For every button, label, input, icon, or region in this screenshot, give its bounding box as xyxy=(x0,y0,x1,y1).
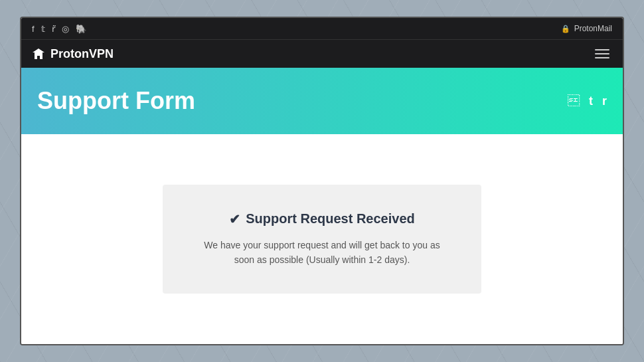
main-content: ✔ Support Request Received We have your … xyxy=(21,134,623,344)
logo[interactable]: ProtonVPN xyxy=(32,47,114,61)
facebook-hero-icon[interactable]:  xyxy=(568,94,580,108)
hamburger-menu[interactable] xyxy=(592,46,612,61)
instagram-icon[interactable]: ◎ xyxy=(62,24,69,34)
success-card: ✔ Support Request Received We have your … xyxy=(163,185,481,294)
hamburger-line-3 xyxy=(595,57,609,58)
protonmail-label[interactable]: ProtonMail xyxy=(574,24,612,33)
protonvpn-logo-icon xyxy=(32,47,45,60)
page-title: Support Form xyxy=(37,87,195,115)
checkmark-icon: ✔ xyxy=(229,211,240,227)
hero-banner: Support Form  t r xyxy=(21,68,623,134)
logo-text: ProtonVPN xyxy=(50,47,114,61)
hamburger-line-2 xyxy=(595,53,609,54)
success-title: ✔ Support Request Received xyxy=(202,211,442,227)
hamburger-line-1 xyxy=(595,49,609,50)
browser-window: f 𝕥 r̃ ◎ 🐘 🔒 ProtonMail ProtonVPN xyxy=(20,17,624,345)
facebook-icon[interactable]: f xyxy=(32,24,35,34)
success-message: We have your support request and will ge… xyxy=(202,238,442,268)
twitter-hero-icon[interactable]: t xyxy=(589,94,593,108)
top-bar-social-links: f 𝕥 r̃ ◎ 🐘 xyxy=(32,24,86,34)
mastodon-icon[interactable]: 🐘 xyxy=(76,24,86,34)
twitter-icon[interactable]: 𝕥 xyxy=(41,24,45,34)
top-bar: f 𝕥 r̃ ◎ 🐘 🔒 ProtonMail xyxy=(21,18,623,39)
reddit-icon[interactable]: r̃ xyxy=(52,24,55,34)
hero-social-links:  t r xyxy=(568,94,607,108)
reddit-hero-icon[interactable]: r xyxy=(602,94,607,108)
nav-bar: ProtonVPN xyxy=(21,39,623,68)
success-title-text: Support Request Received xyxy=(246,211,415,226)
lock-icon: 🔒 xyxy=(561,25,570,33)
protonmail-link-area[interactable]: 🔒 ProtonMail xyxy=(561,24,612,33)
